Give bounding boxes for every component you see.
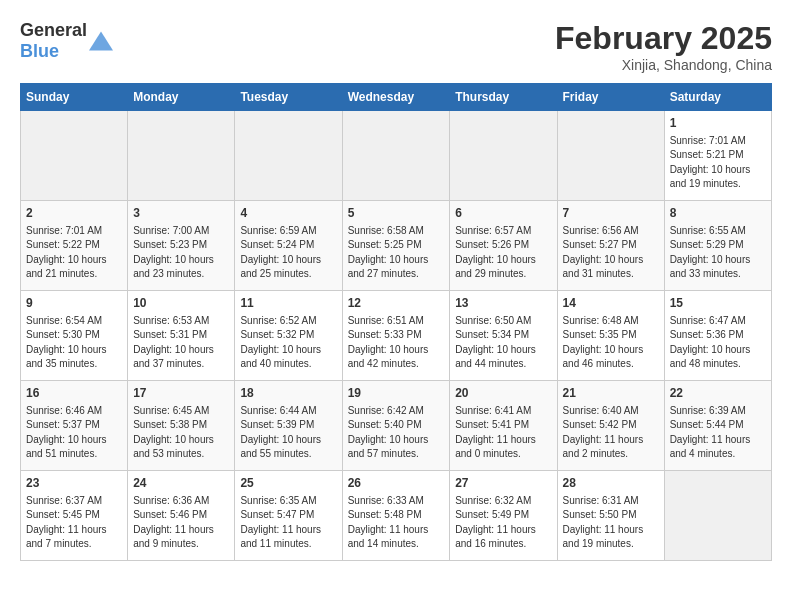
day-info: Sunrise: 6:56 AM Sunset: 5:27 PM Dayligh… <box>563 224 659 282</box>
day-number: 1 <box>670 115 766 132</box>
logo-blue: Blue <box>20 41 59 61</box>
day-number: 27 <box>455 475 551 492</box>
day-info: Sunrise: 6:31 AM Sunset: 5:50 PM Dayligh… <box>563 494 659 552</box>
calendar-table: SundayMondayTuesdayWednesdayThursdayFrid… <box>20 83 772 561</box>
day-number: 9 <box>26 295 122 312</box>
day-info: Sunrise: 6:52 AM Sunset: 5:32 PM Dayligh… <box>240 314 336 372</box>
calendar-cell: 13Sunrise: 6:50 AM Sunset: 5:34 PM Dayli… <box>450 291 557 381</box>
logo-general: General <box>20 20 87 40</box>
calendar-cell <box>21 111 128 201</box>
header-sunday: Sunday <box>21 84 128 111</box>
calendar-cell: 27Sunrise: 6:32 AM Sunset: 5:49 PM Dayli… <box>450 471 557 561</box>
title-section: February 2025 Xinjia, Shandong, China <box>555 20 772 73</box>
calendar-cell: 7Sunrise: 6:56 AM Sunset: 5:27 PM Daylig… <box>557 201 664 291</box>
day-info: Sunrise: 6:50 AM Sunset: 5:34 PM Dayligh… <box>455 314 551 372</box>
calendar-cell: 25Sunrise: 6:35 AM Sunset: 5:47 PM Dayli… <box>235 471 342 561</box>
calendar-cell: 3Sunrise: 7:00 AM Sunset: 5:23 PM Daylig… <box>128 201 235 291</box>
day-number: 4 <box>240 205 336 222</box>
day-number: 24 <box>133 475 229 492</box>
day-info: Sunrise: 6:58 AM Sunset: 5:25 PM Dayligh… <box>348 224 445 282</box>
day-number: 28 <box>563 475 659 492</box>
calendar-cell: 12Sunrise: 6:51 AM Sunset: 5:33 PM Dayli… <box>342 291 450 381</box>
logo-icon <box>89 31 113 51</box>
day-number: 23 <box>26 475 122 492</box>
day-number: 25 <box>240 475 336 492</box>
day-number: 14 <box>563 295 659 312</box>
header-monday: Monday <box>128 84 235 111</box>
day-info: Sunrise: 6:36 AM Sunset: 5:46 PM Dayligh… <box>133 494 229 552</box>
day-info: Sunrise: 6:51 AM Sunset: 5:33 PM Dayligh… <box>348 314 445 372</box>
calendar-week-2: 2Sunrise: 7:01 AM Sunset: 5:22 PM Daylig… <box>21 201 772 291</box>
calendar-cell: 28Sunrise: 6:31 AM Sunset: 5:50 PM Dayli… <box>557 471 664 561</box>
day-number: 20 <box>455 385 551 402</box>
calendar-cell: 18Sunrise: 6:44 AM Sunset: 5:39 PM Dayli… <box>235 381 342 471</box>
calendar-cell: 8Sunrise: 6:55 AM Sunset: 5:29 PM Daylig… <box>664 201 771 291</box>
day-number: 15 <box>670 295 766 312</box>
day-info: Sunrise: 6:41 AM Sunset: 5:41 PM Dayligh… <box>455 404 551 462</box>
day-info: Sunrise: 6:44 AM Sunset: 5:39 PM Dayligh… <box>240 404 336 462</box>
calendar-cell: 16Sunrise: 6:46 AM Sunset: 5:37 PM Dayli… <box>21 381 128 471</box>
day-info: Sunrise: 6:54 AM Sunset: 5:30 PM Dayligh… <box>26 314 122 372</box>
day-info: Sunrise: 6:42 AM Sunset: 5:40 PM Dayligh… <box>348 404 445 462</box>
day-info: Sunrise: 6:37 AM Sunset: 5:45 PM Dayligh… <box>26 494 122 552</box>
day-number: 6 <box>455 205 551 222</box>
day-info: Sunrise: 6:45 AM Sunset: 5:38 PM Dayligh… <box>133 404 229 462</box>
calendar-cell: 21Sunrise: 6:40 AM Sunset: 5:42 PM Dayli… <box>557 381 664 471</box>
day-info: Sunrise: 6:40 AM Sunset: 5:42 PM Dayligh… <box>563 404 659 462</box>
calendar-week-1: 1Sunrise: 7:01 AM Sunset: 5:21 PM Daylig… <box>21 111 772 201</box>
day-info: Sunrise: 6:32 AM Sunset: 5:49 PM Dayligh… <box>455 494 551 552</box>
calendar-cell: 5Sunrise: 6:58 AM Sunset: 5:25 PM Daylig… <box>342 201 450 291</box>
day-number: 11 <box>240 295 336 312</box>
day-number: 2 <box>26 205 122 222</box>
day-number: 22 <box>670 385 766 402</box>
day-info: Sunrise: 6:57 AM Sunset: 5:26 PM Dayligh… <box>455 224 551 282</box>
day-info: Sunrise: 7:00 AM Sunset: 5:23 PM Dayligh… <box>133 224 229 282</box>
day-number: 10 <box>133 295 229 312</box>
calendar-cell: 22Sunrise: 6:39 AM Sunset: 5:44 PM Dayli… <box>664 381 771 471</box>
day-number: 7 <box>563 205 659 222</box>
calendar-cell: 10Sunrise: 6:53 AM Sunset: 5:31 PM Dayli… <box>128 291 235 381</box>
calendar-cell <box>557 111 664 201</box>
day-number: 17 <box>133 385 229 402</box>
day-info: Sunrise: 6:55 AM Sunset: 5:29 PM Dayligh… <box>670 224 766 282</box>
day-info: Sunrise: 6:35 AM Sunset: 5:47 PM Dayligh… <box>240 494 336 552</box>
calendar-cell: 6Sunrise: 6:57 AM Sunset: 5:26 PM Daylig… <box>450 201 557 291</box>
day-number: 13 <box>455 295 551 312</box>
day-info: Sunrise: 6:39 AM Sunset: 5:44 PM Dayligh… <box>670 404 766 462</box>
day-info: Sunrise: 6:46 AM Sunset: 5:37 PM Dayligh… <box>26 404 122 462</box>
calendar-cell <box>664 471 771 561</box>
day-number: 26 <box>348 475 445 492</box>
calendar-cell: 2Sunrise: 7:01 AM Sunset: 5:22 PM Daylig… <box>21 201 128 291</box>
svg-marker-0 <box>89 31 113 50</box>
calendar-cell: 20Sunrise: 6:41 AM Sunset: 5:41 PM Dayli… <box>450 381 557 471</box>
calendar-cell: 11Sunrise: 6:52 AM Sunset: 5:32 PM Dayli… <box>235 291 342 381</box>
day-info: Sunrise: 6:47 AM Sunset: 5:36 PM Dayligh… <box>670 314 766 372</box>
day-info: Sunrise: 6:53 AM Sunset: 5:31 PM Dayligh… <box>133 314 229 372</box>
calendar-cell: 26Sunrise: 6:33 AM Sunset: 5:48 PM Dayli… <box>342 471 450 561</box>
day-info: Sunrise: 6:33 AM Sunset: 5:48 PM Dayligh… <box>348 494 445 552</box>
calendar-cell <box>342 111 450 201</box>
day-info: Sunrise: 6:48 AM Sunset: 5:35 PM Dayligh… <box>563 314 659 372</box>
header-saturday: Saturday <box>664 84 771 111</box>
day-number: 5 <box>348 205 445 222</box>
day-info: Sunrise: 7:01 AM Sunset: 5:22 PM Dayligh… <box>26 224 122 282</box>
header-friday: Friday <box>557 84 664 111</box>
day-number: 8 <box>670 205 766 222</box>
calendar-cell: 15Sunrise: 6:47 AM Sunset: 5:36 PM Dayli… <box>664 291 771 381</box>
calendar-cell: 17Sunrise: 6:45 AM Sunset: 5:38 PM Dayli… <box>128 381 235 471</box>
page-header: General Blue February 2025 Xinjia, Shand… <box>20 20 772 73</box>
day-number: 19 <box>348 385 445 402</box>
header-thursday: Thursday <box>450 84 557 111</box>
calendar-cell <box>450 111 557 201</box>
calendar-cell: 1Sunrise: 7:01 AM Sunset: 5:21 PM Daylig… <box>664 111 771 201</box>
calendar-header-row: SundayMondayTuesdayWednesdayThursdayFrid… <box>21 84 772 111</box>
day-number: 16 <box>26 385 122 402</box>
location-subtitle: Xinjia, Shandong, China <box>555 57 772 73</box>
header-tuesday: Tuesday <box>235 84 342 111</box>
header-wednesday: Wednesday <box>342 84 450 111</box>
calendar-cell: 4Sunrise: 6:59 AM Sunset: 5:24 PM Daylig… <box>235 201 342 291</box>
calendar-week-5: 23Sunrise: 6:37 AM Sunset: 5:45 PM Dayli… <box>21 471 772 561</box>
day-number: 21 <box>563 385 659 402</box>
day-info: Sunrise: 6:59 AM Sunset: 5:24 PM Dayligh… <box>240 224 336 282</box>
calendar-cell: 9Sunrise: 6:54 AM Sunset: 5:30 PM Daylig… <box>21 291 128 381</box>
